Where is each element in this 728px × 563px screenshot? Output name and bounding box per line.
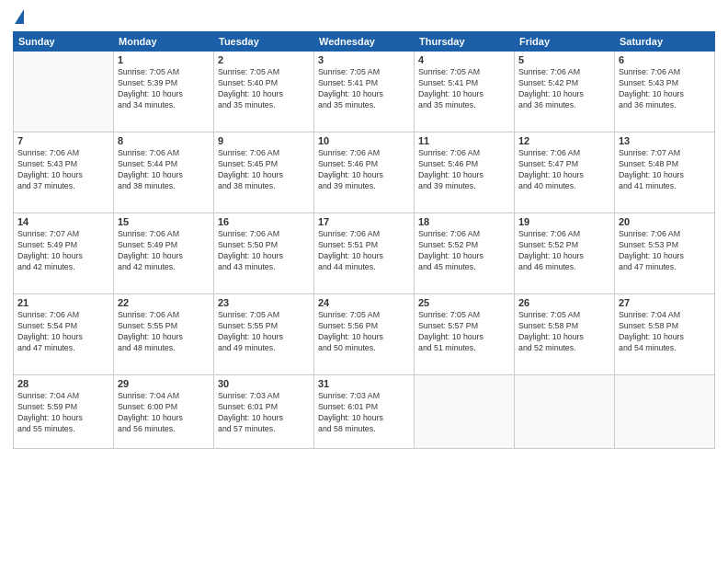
day-number: 24	[318, 297, 410, 308]
calendar-cell: 5Sunrise: 7:06 AMSunset: 5:42 PMDaylight…	[515, 52, 615, 132]
day-info: Sunrise: 7:06 AMSunset: 5:43 PMDaylight:…	[619, 67, 711, 111]
day-number: 12	[518, 135, 610, 146]
calendar-header-row: SundayMondayTuesdayWednesdayThursdayFrid…	[14, 32, 715, 52]
day-number: 31	[318, 378, 410, 389]
calendar-cell: 3Sunrise: 7:05 AMSunset: 5:41 PMDaylight…	[314, 52, 415, 132]
day-number: 6	[619, 54, 711, 65]
day-info: Sunrise: 7:05 AMSunset: 5:58 PMDaylight:…	[518, 310, 610, 354]
day-info: Sunrise: 7:04 AMSunset: 5:59 PMDaylight:…	[17, 391, 109, 435]
day-info: Sunrise: 7:06 AMSunset: 5:52 PMDaylight:…	[518, 229, 610, 273]
day-info: Sunrise: 7:05 AMSunset: 5:41 PMDaylight:…	[418, 67, 510, 111]
calendar-header-saturday: Saturday	[615, 32, 715, 52]
calendar-header-monday: Monday	[114, 32, 214, 52]
calendar-cell: 18Sunrise: 7:06 AMSunset: 5:52 PMDayligh…	[415, 213, 515, 294]
calendar-cell	[615, 375, 715, 449]
calendar-week-row-4: 21Sunrise: 7:06 AMSunset: 5:54 PMDayligh…	[14, 294, 715, 375]
day-number: 5	[518, 54, 610, 65]
header	[13, 9, 715, 26]
calendar-cell: 4Sunrise: 7:05 AMSunset: 5:41 PMDaylight…	[415, 52, 515, 132]
calendar-cell: 8Sunrise: 7:06 AMSunset: 5:44 PMDaylight…	[114, 132, 214, 213]
day-number: 15	[118, 216, 210, 227]
day-number: 10	[318, 135, 410, 146]
calendar-cell: 30Sunrise: 7:03 AMSunset: 6:01 PMDayligh…	[214, 375, 314, 449]
day-info: Sunrise: 7:07 AMSunset: 5:48 PMDaylight:…	[619, 148, 711, 192]
day-info: Sunrise: 7:06 AMSunset: 5:47 PMDaylight:…	[518, 148, 610, 192]
day-info: Sunrise: 7:05 AMSunset: 5:40 PMDaylight:…	[218, 67, 310, 111]
calendar-cell	[415, 375, 515, 449]
day-number: 20	[619, 216, 711, 227]
calendar-cell: 27Sunrise: 7:04 AMSunset: 5:58 PMDayligh…	[615, 294, 715, 375]
day-number: 11	[418, 135, 510, 146]
calendar-header-sunday: Sunday	[14, 32, 114, 52]
day-info: Sunrise: 7:05 AMSunset: 5:41 PMDaylight:…	[318, 67, 410, 111]
calendar-week-row-1: 1Sunrise: 7:05 AMSunset: 5:39 PMDaylight…	[14, 52, 715, 132]
calendar-cell: 22Sunrise: 7:06 AMSunset: 5:55 PMDayligh…	[114, 294, 214, 375]
day-number: 14	[17, 216, 109, 227]
calendar-cell: 26Sunrise: 7:05 AMSunset: 5:58 PMDayligh…	[515, 294, 615, 375]
day-number: 9	[218, 135, 310, 146]
calendar-week-row-2: 7Sunrise: 7:06 AMSunset: 5:43 PMDaylight…	[14, 132, 715, 213]
calendar-cell: 11Sunrise: 7:06 AMSunset: 5:46 PMDayligh…	[415, 132, 515, 213]
calendar-week-row-3: 14Sunrise: 7:07 AMSunset: 5:49 PMDayligh…	[14, 213, 715, 294]
calendar-header-friday: Friday	[515, 32, 615, 52]
calendar-cell: 7Sunrise: 7:06 AMSunset: 5:43 PMDaylight…	[14, 132, 114, 213]
day-info: Sunrise: 7:06 AMSunset: 5:50 PMDaylight:…	[218, 229, 310, 273]
calendar-cell: 21Sunrise: 7:06 AMSunset: 5:54 PMDayligh…	[14, 294, 114, 375]
calendar-cell: 12Sunrise: 7:06 AMSunset: 5:47 PMDayligh…	[515, 132, 615, 213]
day-info: Sunrise: 7:06 AMSunset: 5:51 PMDaylight:…	[318, 229, 410, 273]
day-info: Sunrise: 7:03 AMSunset: 6:01 PMDaylight:…	[318, 391, 410, 435]
calendar-cell: 28Sunrise: 7:04 AMSunset: 5:59 PMDayligh…	[14, 375, 114, 449]
day-info: Sunrise: 7:05 AMSunset: 5:56 PMDaylight:…	[318, 310, 410, 354]
day-number: 26	[518, 297, 610, 308]
day-number: 17	[318, 216, 410, 227]
day-number: 2	[218, 54, 310, 65]
calendar-cell: 15Sunrise: 7:06 AMSunset: 5:49 PMDayligh…	[114, 213, 214, 294]
day-number: 29	[118, 378, 210, 389]
day-number: 22	[118, 297, 210, 308]
calendar-cell	[14, 52, 114, 132]
day-info: Sunrise: 7:06 AMSunset: 5:54 PMDaylight:…	[17, 310, 109, 354]
day-info: Sunrise: 7:06 AMSunset: 5:44 PMDaylight:…	[118, 148, 210, 192]
day-number: 25	[418, 297, 510, 308]
day-info: Sunrise: 7:06 AMSunset: 5:53 PMDaylight:…	[619, 229, 711, 273]
day-number: 30	[218, 378, 310, 389]
day-number: 21	[17, 297, 109, 308]
day-number: 7	[17, 135, 109, 146]
day-number: 27	[619, 297, 711, 308]
calendar-cell: 6Sunrise: 7:06 AMSunset: 5:43 PMDaylight…	[615, 52, 715, 132]
calendar-cell: 16Sunrise: 7:06 AMSunset: 5:50 PMDayligh…	[214, 213, 314, 294]
day-number: 8	[118, 135, 210, 146]
day-number: 4	[418, 54, 510, 65]
calendar-week-row-5: 28Sunrise: 7:04 AMSunset: 5:59 PMDayligh…	[14, 375, 715, 449]
day-number: 28	[17, 378, 109, 389]
day-number: 18	[418, 216, 510, 227]
calendar-cell: 24Sunrise: 7:05 AMSunset: 5:56 PMDayligh…	[314, 294, 415, 375]
day-info: Sunrise: 7:05 AMSunset: 5:55 PMDaylight:…	[218, 310, 310, 354]
day-info: Sunrise: 7:06 AMSunset: 5:49 PMDaylight:…	[118, 229, 210, 273]
day-number: 13	[619, 135, 711, 146]
day-info: Sunrise: 7:06 AMSunset: 5:46 PMDaylight:…	[318, 148, 410, 192]
page: SundayMondayTuesdayWednesdayThursdayFrid…	[0, 0, 728, 563]
day-info: Sunrise: 7:06 AMSunset: 5:55 PMDaylight:…	[118, 310, 210, 354]
day-number: 3	[318, 54, 410, 65]
day-info: Sunrise: 7:06 AMSunset: 5:52 PMDaylight:…	[418, 229, 510, 273]
day-number: 1	[118, 54, 210, 65]
calendar-header-tuesday: Tuesday	[214, 32, 314, 52]
day-info: Sunrise: 7:06 AMSunset: 5:45 PMDaylight:…	[218, 148, 310, 192]
calendar-cell: 17Sunrise: 7:06 AMSunset: 5:51 PMDayligh…	[314, 213, 415, 294]
calendar-cell: 31Sunrise: 7:03 AMSunset: 6:01 PMDayligh…	[314, 375, 415, 449]
calendar-cell: 13Sunrise: 7:07 AMSunset: 5:48 PMDayligh…	[615, 132, 715, 213]
calendar-cell: 1Sunrise: 7:05 AMSunset: 5:39 PMDaylight…	[114, 52, 214, 132]
day-number: 23	[218, 297, 310, 308]
day-info: Sunrise: 7:06 AMSunset: 5:43 PMDaylight:…	[17, 148, 109, 192]
calendar-cell: 29Sunrise: 7:04 AMSunset: 6:00 PMDayligh…	[114, 375, 214, 449]
calendar-header-wednesday: Wednesday	[314, 32, 415, 52]
day-info: Sunrise: 7:06 AMSunset: 5:42 PMDaylight:…	[518, 67, 610, 111]
calendar-header-thursday: Thursday	[415, 32, 515, 52]
calendar-cell: 19Sunrise: 7:06 AMSunset: 5:52 PMDayligh…	[515, 213, 615, 294]
calendar-cell: 20Sunrise: 7:06 AMSunset: 5:53 PMDayligh…	[615, 213, 715, 294]
calendar-cell	[515, 375, 615, 449]
day-info: Sunrise: 7:04 AMSunset: 5:58 PMDaylight:…	[619, 310, 711, 354]
calendar-cell: 9Sunrise: 7:06 AMSunset: 5:45 PMDaylight…	[214, 132, 314, 213]
calendar-cell: 25Sunrise: 7:05 AMSunset: 5:57 PMDayligh…	[415, 294, 515, 375]
